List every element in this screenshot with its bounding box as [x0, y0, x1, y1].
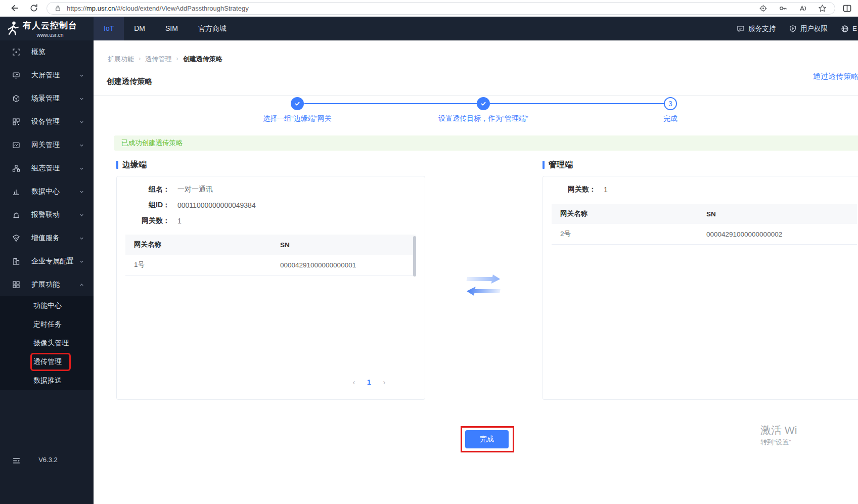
sidebar-item-label: 企业专属配置 [31, 257, 74, 266]
topology-icon [12, 164, 20, 172]
submenu-item-data-push[interactable]: 数据推送 [0, 371, 94, 390]
favorite-star-icon[interactable] [818, 4, 827, 13]
chevron-down-icon [79, 143, 84, 148]
shield-icon [789, 25, 797, 33]
step-2-circle [477, 97, 490, 110]
chevron-down-icon [79, 236, 84, 241]
gateway-icon [12, 141, 20, 149]
url-path: /#/cloud/extend/ViewAddPassthroughStrate… [115, 5, 248, 12]
collapse-sidebar-icon[interactable] [12, 456, 21, 465]
url-text: https://mp.usr.cn/#/cloud/extend/ViewAdd… [67, 5, 249, 12]
breadcrumb-passthrough[interactable]: 透传管理 [145, 55, 171, 64]
submenu-item-function-center[interactable]: 功能中心 [0, 296, 94, 315]
scene-icon [12, 95, 20, 103]
gateway-name-cell: 2号 [552, 230, 706, 239]
pagination-next-icon[interactable]: › [381, 378, 388, 386]
pagination: ‹ 1 › [350, 378, 388, 386]
table-scrollbar[interactable] [413, 236, 416, 277]
step-connector-2 [490, 103, 664, 104]
pagination-prev-icon[interactable]: ‹ [350, 378, 357, 386]
sidebar-item-value-service[interactable]: 增值服务 [0, 226, 94, 250]
globe-icon [841, 25, 849, 33]
submenu-item-camera-management[interactable]: 摄像头管理 [0, 334, 94, 352]
sidebar: 概览 大屏管理 场景管理 设备管理 网关管理 组态管理 数据中心 报警联动 增值… [0, 40, 94, 504]
service-support[interactable]: 服务支持 [737, 24, 776, 33]
step-1-label: 选择一组“边缘端”网关 [263, 114, 331, 123]
sidebar-item-label: 报警联动 [31, 210, 60, 219]
manage-gateway-count-row: 网关数： 1 [543, 181, 858, 197]
language-label: E [852, 25, 857, 32]
submenu-item-passthrough-management[interactable]: 透传管理 [0, 352, 94, 371]
gateway-count-label: 网关数： [117, 216, 170, 225]
chevron-down-icon [79, 119, 84, 125]
alarm-icon [12, 211, 20, 219]
app-header: 有人云控制台 www.usr.cn IoT DM SIM 官方商城 服务支持 用… [0, 17, 858, 40]
sidebar-item-datacenter[interactable]: 数据中心 [0, 180, 94, 203]
screen-icon [12, 71, 20, 79]
column-gateway-name: 网关名称 [125, 240, 280, 249]
check-icon [294, 100, 301, 107]
extend-icon [12, 281, 20, 289]
finish-button[interactable]: 完成 [465, 430, 509, 448]
edge-card: 组名： 一对一通讯 组ID： 00011000000000049384 网关数：… [116, 176, 425, 400]
manage-card: 网关数： 1 网关名称 SN 2号 00004291000000000002 [543, 176, 858, 400]
user-permissions[interactable]: 用户权限 [789, 24, 828, 33]
sidebar-item-alarm[interactable]: 报警联动 [0, 203, 94, 226]
sidebar-item-scene[interactable]: 场景管理 [0, 87, 94, 110]
back-icon[interactable] [10, 4, 19, 13]
edge-group-id-row: 组ID： 00011000000000049384 [117, 197, 425, 213]
chevron-down-icon [79, 96, 84, 102]
nav-tab-mall[interactable]: 官方商城 [188, 17, 237, 40]
chevron-down-icon [79, 259, 84, 264]
user-permissions-label: 用户权限 [800, 24, 828, 33]
key-icon[interactable] [779, 4, 787, 13]
sidebar-item-topology[interactable]: 组态管理 [0, 157, 94, 180]
gateway-name-cell: 1号 [125, 260, 280, 269]
sidebar-item-gateway[interactable]: 网关管理 [0, 133, 94, 157]
address-bar[interactable]: https://mp.usr.cn/#/cloud/extend/ViewAdd… [47, 2, 835, 15]
table-header-row: 网关名称 SN [125, 235, 416, 255]
top-nav: IoT DM SIM 官方商城 [94, 17, 237, 40]
value-service-icon [12, 234, 20, 242]
sidebar-item-overview[interactable]: 概览 [0, 40, 94, 64]
brand-logo[interactable]: 有人云控制台 www.usr.cn [5, 17, 77, 40]
sidebar-item-label: 增值服务 [31, 234, 60, 243]
step-2-label: 设置透传目标，作为“管理端” [438, 114, 528, 123]
service-support-label: 服务支持 [748, 24, 776, 33]
location-icon[interactable] [759, 4, 767, 13]
gateway-count-label: 网关数： [543, 185, 596, 194]
read-aloud-icon[interactable] [798, 4, 807, 13]
refresh-icon[interactable] [29, 4, 38, 13]
nav-tab-sim[interactable]: SIM [155, 17, 188, 40]
step-3-circle: 3 [664, 97, 677, 110]
usr-person-logo-icon [5, 20, 20, 37]
passthrough-strategy-link[interactable]: 通过透传策略 [813, 72, 858, 81]
sidebar-item-device[interactable]: 设备管理 [0, 110, 94, 133]
sidebar-item-screen[interactable]: 大屏管理 [0, 64, 94, 87]
nav-tab-iot[interactable]: IoT [94, 17, 124, 40]
sidebar-item-label: 场景管理 [31, 94, 60, 103]
breadcrumb-extend[interactable]: 扩展功能 [108, 55, 134, 64]
nav-tab-dm[interactable]: DM [124, 17, 155, 40]
language-switch[interactable]: E [841, 25, 857, 33]
brand-subtitle: www.usr.cn [23, 32, 77, 38]
sidebar-item-enterprise[interactable]: 企业专属配置 [0, 250, 94, 273]
split-screen-icon[interactable] [842, 4, 852, 13]
sidebar-item-extend[interactable]: 扩展功能 [0, 273, 94, 296]
chat-bubble-icon [737, 25, 745, 33]
manage-section-label: 管理端 [549, 160, 573, 170]
column-sn: SN [280, 241, 416, 249]
manage-gateway-table: 网关名称 SN 2号 00004291000000000002 [552, 204, 857, 245]
browser-chrome: https://mp.usr.cn/#/cloud/extend/ViewAdd… [0, 0, 858, 17]
edge-group-name-row: 组名： 一对一通讯 [117, 181, 425, 197]
header-divider [94, 95, 858, 96]
windows-activation-watermark-line1: 激活 Wi [760, 423, 797, 437]
brand-title: 有人云控制台 [23, 20, 77, 31]
pagination-page-1[interactable]: 1 [366, 378, 373, 386]
gateway-count-value: 1 [604, 186, 608, 194]
chevron-down-icon [79, 73, 84, 78]
version-label: V6.3.2 [28, 456, 68, 464]
data-exchange-arrows-icon [462, 274, 505, 296]
submenu-item-scheduled-tasks[interactable]: 定时任务 [0, 315, 94, 334]
group-id-label: 组ID： [117, 201, 170, 210]
